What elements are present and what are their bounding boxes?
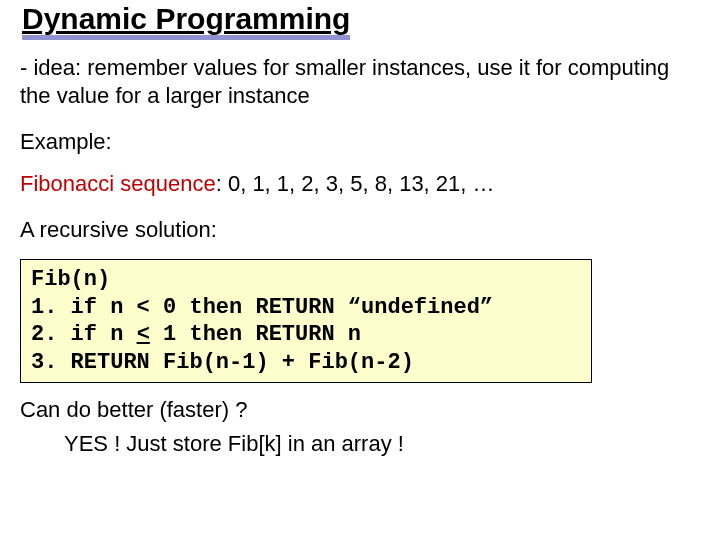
code-line-1: 1. if n < 0 then RETURN “undefined” (31, 294, 581, 322)
question-text-span: Can do better (faster) ? (20, 397, 247, 422)
code-line-2: 2. if n < 1 then RETURN n (31, 321, 581, 349)
example-label-text: Example: (20, 129, 112, 154)
answer-text: YES ! Just store Fib[k] in an array ! (64, 431, 700, 457)
slide-title-text: Dynamic Programming (22, 2, 350, 35)
code-line-0: Fib(n) (31, 266, 581, 294)
idea-text: - idea: remember values for smaller inst… (20, 55, 669, 108)
question-text: Can do better (faster) ? (20, 397, 700, 423)
code-line-2a: 2. if n (31, 322, 137, 347)
fibonacci-values: 0, 1, 1, 2, 3, 5, 8, 13, 21, … (228, 171, 495, 196)
code-line-2b: 1 then RETURN n (150, 322, 361, 347)
fibonacci-colon: : (216, 171, 228, 196)
recursive-label: A recursive solution: (20, 217, 700, 243)
example-label: Example: (20, 129, 700, 155)
code-line-3: 3. RETURN Fib(n-1) + Fib(n-2) (31, 349, 581, 377)
leq-symbol: < (137, 321, 150, 349)
idea-paragraph: - idea: remember values for smaller inst… (20, 54, 700, 109)
code-block: Fib(n) 1. if n < 0 then RETURN “undefine… (20, 259, 592, 383)
fibonacci-line: Fibonacci sequence: 0, 1, 1, 2, 3, 5, 8,… (20, 171, 700, 197)
slide-title: Dynamic Programming (22, 2, 350, 40)
recursive-label-text: A recursive solution: (20, 217, 217, 242)
answer-text-span: YES ! Just store Fib[k] in an array ! (64, 431, 404, 456)
fibonacci-label: Fibonacci sequence (20, 171, 216, 196)
